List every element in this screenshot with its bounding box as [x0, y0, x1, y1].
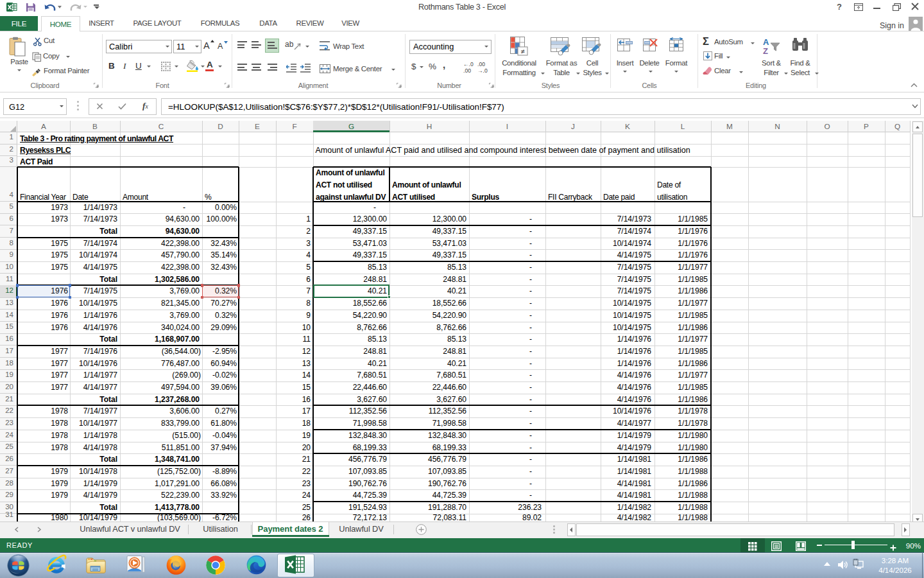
- svg-text:≠: ≠: [520, 48, 524, 55]
- svg-text:A: A: [763, 37, 769, 47]
- svg-text:Z: Z: [763, 46, 768, 56]
